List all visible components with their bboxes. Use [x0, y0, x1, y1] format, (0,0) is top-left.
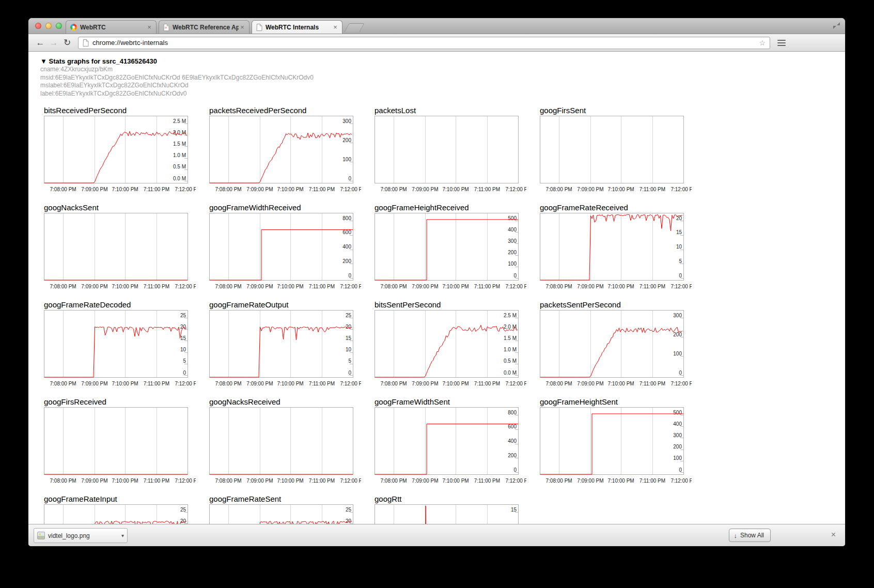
chart-title: bitsReceivedPerSecond	[44, 106, 196, 116]
x-tick-label: 7:08:00 PM	[546, 478, 572, 484]
new-tab-button[interactable]	[344, 23, 364, 32]
chart-plot-packetsSentPerSecond: 3002001000	[540, 310, 684, 378]
zoom-window-button[interactable]	[56, 23, 62, 29]
chart-plot-googRtt: 151050	[374, 504, 519, 524]
back-button[interactable]: ←	[34, 37, 47, 49]
tab-title: WebRTC	[80, 24, 146, 31]
tab-title: WebRTC Internals	[266, 24, 332, 31]
y-tick-label: 400	[508, 227, 517, 233]
chart-plot-googFrameHeightSent: 5004003002001000	[540, 407, 684, 475]
x-axis-labels: 7:08:00 PM7:09:00 PM7:10:00 PM7:11:00 PM…	[209, 478, 361, 485]
chart-plot-googFrameRateOutput: 2520151050	[209, 310, 353, 378]
y-tick-label: 5	[183, 358, 186, 364]
browser-toolbar: ← → ↻ chrome://webrtc-internals ☆	[28, 34, 845, 52]
chart-cell-packetsReceivedPerSecond: packetsReceivedPerSecond30020010007:08:0…	[209, 106, 361, 202]
tab-close-icon[interactable]: ×	[239, 24, 246, 31]
y-tick-label: 0	[679, 467, 682, 473]
tab-webrtc[interactable]: WebRTC ×	[66, 20, 157, 34]
x-tick-label: 7:10:00 PM	[277, 381, 303, 386]
chart-plot-googNacksSent	[44, 213, 188, 281]
chart-cell-googFrameRateSent: googFrameRateSent25201510507:08:00 PM7:0…	[209, 494, 361, 524]
chart-cell-packetsLost: packetsLost7:08:00 PM7:09:00 PM7:10:00 P…	[374, 106, 526, 202]
x-tick-label: 7:08:00 PM	[381, 381, 407, 386]
chart-cell-googRtt: googRtt1510507:08:00 PM7:09:00 PM7:10:00…	[374, 494, 526, 524]
chart-cell-googFrameHeightReceived: googFrameHeightReceived50040030020010007…	[374, 203, 526, 299]
webrtc-internals-page: ▼ Stats graphs for ssrc_4136526430 cname…	[28, 52, 845, 524]
download-bar-close-icon[interactable]: ×	[831, 531, 836, 539]
x-tick-label: 7:08:00 PM	[50, 284, 76, 289]
x-tick-label: 7:11:00 PM	[144, 381, 169, 386]
x-tick-label: 7:10:00 PM	[442, 381, 469, 386]
chart-plot-googFirsSent	[540, 116, 684, 183]
x-tick-label: 7:09:00 PM	[81, 381, 107, 386]
y-tick-label: 300	[508, 238, 517, 244]
chart-cell-bitsReceivedPerSecond: bitsReceivedPerSecond2.5 M2.0 M1.5 M1.0 …	[44, 106, 196, 202]
chart-cell-googFrameWidthReceived: googFrameWidthReceived80060040020007:08:…	[209, 203, 361, 299]
tab-webrtc-reference-app[interactable]: WebRTC Reference App ×	[159, 20, 249, 34]
chart-cell-googFirsReceived: googFirsReceived7:08:00 PM7:09:00 PM7:10…	[44, 397, 196, 493]
y-tick-label: 15	[676, 229, 682, 235]
tab-close-icon[interactable]: ×	[332, 24, 339, 31]
y-tick-label: 200	[342, 137, 351, 143]
x-tick-label: 7:11:00 PM	[474, 478, 500, 484]
chart-plot-packetsLost	[374, 116, 519, 183]
screenshot-stage: WebRTC × WebRTC Reference App ×	[0, 0, 874, 588]
tab-webrtc-internals[interactable]: WebRTC Internals ×	[252, 20, 342, 34]
y-tick-label: 0	[679, 370, 682, 376]
chart-title: googFrameHeightReceived	[374, 203, 526, 213]
y-tick-label: 400	[342, 244, 351, 250]
y-tick-label: 500	[508, 215, 517, 221]
y-tick-label: 15	[511, 507, 517, 513]
x-tick-label: 7:10:00 PM	[607, 478, 634, 484]
y-tick-label: 100	[673, 455, 682, 461]
menu-icon[interactable]	[775, 37, 788, 49]
y-tick-label: 0	[679, 273, 682, 278]
chart-title: googFrameRateSent	[209, 494, 361, 504]
x-tick-label: 7:09:00 PM	[246, 381, 273, 386]
x-tick-label: 7:12:00 PM	[175, 478, 196, 484]
y-tick-label: 400	[508, 438, 517, 444]
x-tick-label: 7:11:00 PM	[309, 478, 335, 484]
address-bar[interactable]: chrome://webrtc-internals ☆	[78, 37, 770, 49]
tab-close-icon[interactable]: ×	[146, 24, 153, 31]
chart-title: googNacksReceived	[209, 397, 361, 407]
y-tick-label: 25	[346, 313, 352, 318]
x-tick-label: 7:10:00 PM	[277, 284, 303, 289]
webrtc-logo-icon	[70, 24, 77, 30]
y-tick-label: 800	[342, 215, 351, 221]
fullscreen-icon[interactable]	[833, 22, 840, 29]
chart-title: googFrameWidthSent	[374, 397, 526, 407]
x-tick-label: 7:08:00 PM	[50, 478, 76, 484]
close-window-button[interactable]	[35, 23, 41, 29]
minimize-window-button[interactable]	[45, 23, 52, 29]
x-axis-labels: 7:08:00 PM7:09:00 PM7:10:00 PM7:11:00 PM…	[540, 284, 692, 290]
y-tick-label: 0	[348, 176, 351, 181]
download-arrow-icon: ↓	[733, 532, 737, 539]
window-controls	[35, 23, 62, 29]
chart-title: googFirsSent	[540, 106, 692, 116]
x-tick-label: 7:08:00 PM	[381, 284, 407, 289]
x-tick-label: 7:11:00 PM	[309, 381, 335, 386]
x-tick-label: 7:10:00 PM	[277, 187, 303, 192]
chart-cell-googFrameWidthSent: googFrameWidthSent80060040020007:08:00 P…	[374, 397, 526, 493]
show-all-downloads-button[interactable]: ↓ Show All	[729, 529, 771, 542]
download-item-vidtel-logo[interactable]: vidtel_logo.png ▾	[34, 528, 128, 543]
chart-plot-googFrameRateSent: 2520151050	[209, 504, 353, 524]
bookmark-star-icon[interactable]: ☆	[759, 39, 766, 47]
x-tick-label: 7:09:00 PM	[412, 381, 438, 386]
x-axis-labels: 7:08:00 PM7:09:00 PM7:10:00 PM7:11:00 PM…	[209, 284, 361, 290]
reload-button[interactable]: ↻	[60, 37, 74, 49]
chart-title: googFrameWidthReceived	[209, 203, 361, 213]
y-tick-label: 2.5 M	[504, 313, 517, 318]
y-tick-label: 600	[342, 229, 351, 235]
y-tick-label: 0.0 M	[173, 176, 186, 181]
chevron-down-icon[interactable]: ▾	[121, 533, 124, 538]
forward-button[interactable]: →	[47, 37, 60, 49]
chart-cell-packetsSentPerSecond: packetsSentPerSecond30020010007:08:00 PM…	[540, 300, 692, 396]
show-all-label: Show All	[740, 532, 764, 539]
y-tick-label: 1.0 M	[173, 152, 186, 158]
x-tick-label: 7:12:00 PM	[505, 284, 526, 289]
x-tick-label: 7:09:00 PM	[577, 187, 603, 192]
y-tick-label: 5	[679, 258, 682, 264]
x-axis-labels: 7:08:00 PM7:09:00 PM7:10:00 PM7:11:00 PM…	[374, 381, 526, 388]
